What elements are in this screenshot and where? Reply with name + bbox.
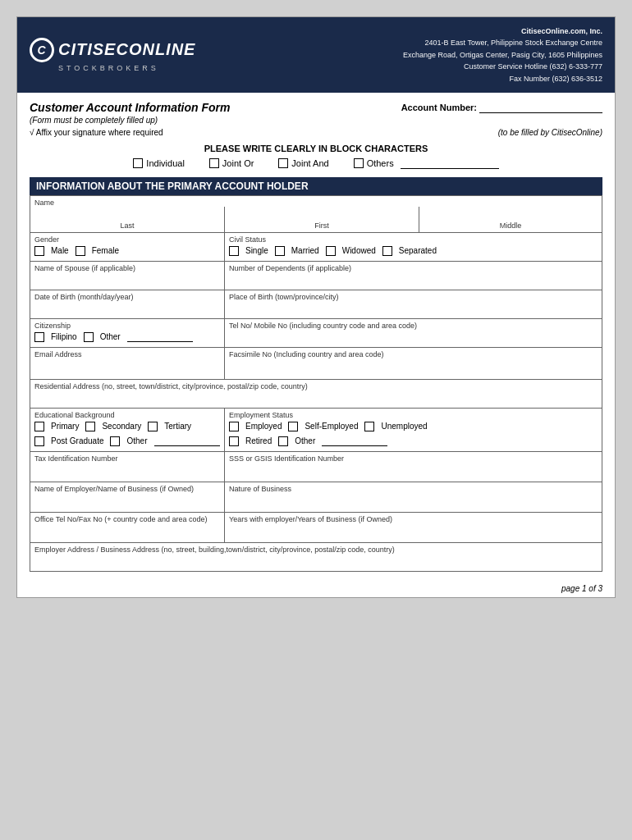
- logo-circle: C: [30, 38, 54, 62]
- edu-check-row2: Post Graduate Other: [34, 434, 220, 449]
- name-subheader-row: Last First Middle: [30, 207, 602, 233]
- tax-label: Tax Identification Number: [34, 454, 220, 463]
- married-checkbox[interactable]: [275, 246, 285, 256]
- first-label: First: [229, 221, 414, 230]
- others-checkbox[interactable]: [354, 158, 364, 168]
- office-tel-years-row: Office Tel No/Fax No (+ country code and…: [30, 512, 602, 542]
- spouse-label: Name of Spouse (if applicable): [34, 264, 220, 272]
- citizenship-label: Citizenship: [34, 322, 220, 330]
- company-name: CitisecOnline.com, Inc.: [403, 25, 602, 37]
- other-edu-checkbox[interactable]: [110, 436, 120, 446]
- other-citizenship-input[interactable]: [127, 332, 193, 342]
- fax-info: Fax Number (632) 636-3512: [403, 73, 602, 84]
- single-label: Single: [245, 246, 268, 255]
- other-emp-checkbox[interactable]: [278, 436, 288, 446]
- residential-label: Residential Address (no, street, town/di…: [34, 382, 598, 390]
- citizenship-check-row: Filipino Other: [34, 330, 220, 345]
- account-number-line: [479, 103, 602, 113]
- female-label: Female: [92, 246, 119, 255]
- employed-checkbox[interactable]: [229, 422, 239, 431]
- joint-and-checkbox[interactable]: [278, 158, 288, 168]
- signature-row: √ Affix your signature where required (t…: [30, 128, 602, 137]
- type-joint-or: Joint Or: [209, 158, 254, 168]
- postgrad-edu-checkbox[interactable]: [34, 436, 44, 446]
- residential-row: Residential Address (no, street, town/di…: [30, 379, 602, 408]
- employer-label: Name of Employer/Name of Business (if Ow…: [34, 485, 220, 493]
- header: C CITISECONLINE STOCKBROKERS CitisecOnli…: [17, 17, 615, 93]
- filipino-label: Filipino: [51, 332, 77, 341]
- self-employed-label: Self-Employed: [305, 422, 358, 431]
- edu-check-row1: Primary Secondary Tertiary: [34, 419, 220, 434]
- logo-area: C CITISECONLINE STOCKBROKERS: [30, 38, 195, 72]
- primary-edu-checkbox[interactable]: [34, 422, 44, 431]
- joint-or-label: Joint Or: [222, 158, 254, 168]
- female-checkbox[interactable]: [76, 246, 85, 256]
- other-citizenship-checkbox[interactable]: [84, 332, 94, 342]
- postgrad-edu-label: Post Graduate: [51, 436, 103, 445]
- male-label: Male: [51, 246, 69, 255]
- civil-status-check-row: Single Married Widowed Separated: [229, 244, 598, 258]
- dob-label: Date of Birth (month/day/year): [34, 293, 220, 301]
- other-emp-input[interactable]: [322, 436, 387, 446]
- tel-label: Tel No/ Mobile No (including country cod…: [229, 322, 598, 330]
- form-body: Customer Account Information Form (Form …: [17, 93, 615, 580]
- hotline: Customer Service Hotline (632) 6-333-777: [403, 61, 602, 72]
- form-title: Customer Account Information Form: [30, 101, 231, 114]
- address2: Exchange Road, Ortigas Center, Pasig Cit…: [403, 49, 602, 61]
- account-label: Account Number:: [401, 103, 477, 112]
- secondary-edu-checkbox[interactable]: [85, 422, 95, 431]
- spouse-dependents-row: Name of Spouse (if applicable) Number of…: [30, 261, 602, 290]
- employment-check-row2: Retired Other: [229, 434, 598, 449]
- nature-label: Nature of Business: [229, 485, 598, 493]
- others-input-line[interactable]: [401, 158, 499, 169]
- single-checkbox[interactable]: [229, 246, 239, 256]
- joint-and-label: Joint And: [291, 158, 328, 168]
- married-label: Married: [291, 246, 319, 255]
- form-page: C CITISECONLINE STOCKBROKERS CitisecOnli…: [16, 16, 616, 598]
- widowed-checkbox[interactable]: [326, 246, 336, 256]
- logo-sub: STOCKBROKERS: [58, 64, 159, 72]
- header-info: CitisecOnline.com, Inc. 2401-B East Towe…: [403, 25, 602, 84]
- account-type-row: Individual Joint Or Joint And Others: [30, 158, 602, 169]
- fax-field-label: Facsimile No (Including country and area…: [229, 350, 598, 358]
- individual-checkbox[interactable]: [133, 158, 143, 168]
- others-label: Others: [367, 158, 394, 168]
- primary-edu-label: Primary: [51, 422, 79, 431]
- form-subtitle: (Form must be completely filled up): [30, 116, 231, 125]
- tertiary-edu-checkbox[interactable]: [148, 422, 158, 431]
- email-fax-row: Email Address Facsimile No (Including co…: [30, 347, 602, 379]
- other-emp-label: Other: [295, 436, 315, 445]
- gender-label: Gender: [34, 235, 220, 244]
- individual-label: Individual: [146, 158, 184, 168]
- male-checkbox[interactable]: [34, 246, 44, 256]
- tax-sss-row: Tax Identification Number SSS or GSIS Id…: [30, 451, 602, 482]
- other-edu-input[interactable]: [154, 436, 220, 446]
- unemployed-checkbox[interactable]: [364, 422, 374, 431]
- middle-label: Middle: [424, 221, 598, 230]
- employer-address-label: Employer Address / Business Address (no,…: [34, 546, 598, 554]
- years-label: Years with employer/Years of Business (i…: [229, 515, 598, 523]
- gender-check-row: Male Female: [34, 244, 220, 258]
- filipino-checkbox[interactable]: [34, 332, 44, 342]
- retired-checkbox[interactable]: [229, 436, 239, 446]
- last-label: Last: [34, 221, 220, 230]
- unemployed-label: Unemployed: [381, 422, 427, 431]
- secondary-edu-label: Secondary: [102, 422, 141, 431]
- employer-address-row: Employer Address / Business Address (no,…: [30, 542, 602, 571]
- fill-note: (to be filled by CitisecOnline): [498, 128, 602, 137]
- address1: 2401-B East Tower, Philippine Stock Exch…: [403, 37, 602, 48]
- employed-label: Employed: [245, 422, 282, 431]
- civil-status-label: Civil Status: [229, 235, 598, 244]
- separated-label: Separated: [399, 246, 437, 255]
- citizenship-tel-row: Citizenship Filipino Other Tel No/ Mobil…: [30, 318, 602, 347]
- edu-label: Educational Background: [34, 411, 220, 419]
- edu-employment-row: Educational Background Primary Secondary…: [30, 408, 602, 451]
- employment-check-row1: Employed Self-Employed Unemployed: [229, 419, 598, 434]
- joint-or-checkbox[interactable]: [209, 158, 219, 168]
- name-row: Name: [30, 195, 602, 207]
- widowed-label: Widowed: [342, 246, 376, 255]
- self-employed-checkbox[interactable]: [288, 422, 298, 431]
- page-number: page 1 of 3: [17, 580, 615, 597]
- separated-checkbox[interactable]: [382, 246, 392, 256]
- tertiary-edu-label: Tertiary: [164, 422, 191, 431]
